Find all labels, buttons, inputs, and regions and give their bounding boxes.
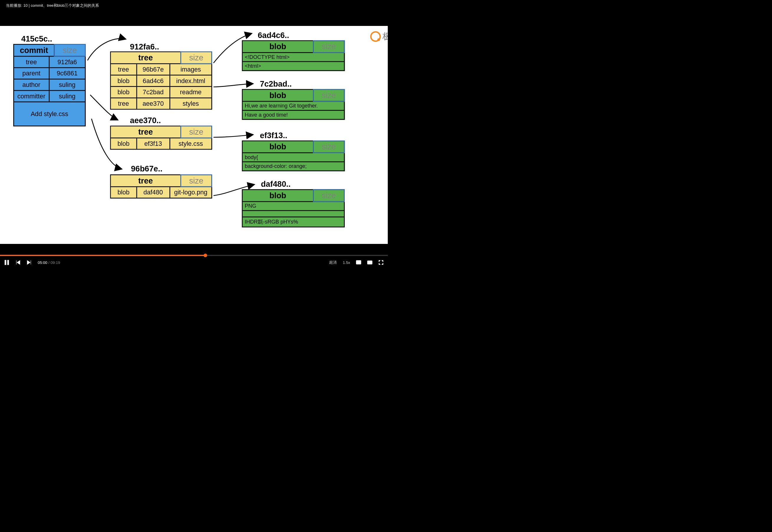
commit-row-key: parent [14,68,50,79]
tree-row-hash: aee370 [137,98,170,109]
tree-row-name: readme [170,87,211,98]
commit-row-val: 912fa6 [50,57,85,67]
theater-button[interactable] [367,260,372,265]
blob-object-box: blobsize Hi,we are learning Git together… [242,89,345,120]
player-title: 当前播放: 10 | commit、tree和blob三个对象之间的关系 [6,3,99,8]
brand-logo: 极客时间 [370,31,388,42]
tree-type-header: tree [111,52,181,63]
tree-row-hash: daf480 [137,187,170,198]
player-title-bar: 当前播放: 10 | commit、tree和blob三个对象之间的关系 [0,0,388,13]
video-frame[interactable]: 极客时间 415c5c.. commit size tree912fa6 par… [0,26,388,244]
tree-row-name: git-logo.png [170,187,211,198]
blob-type-header: blob [243,41,314,52]
blob-hash-label: 6ad4c6.. [258,31,289,40]
svg-rect-0 [5,260,6,265]
quality-selector[interactable]: 超清 [329,260,337,265]
svg-rect-3 [359,262,360,264]
current-time: 05:00 [38,260,47,265]
tree-size-header: size [180,51,212,64]
commit-message: Add style.css [14,102,85,126]
tree-row-hash: 96b67e [137,64,170,75]
blob-object-box: blobsize body{ background-color: orange; [242,141,345,171]
brand-logo-text: 极客时间 [382,31,388,42]
commit-size-header: size [54,44,86,57]
tree-type-header: tree [111,126,181,138]
blob-content-line: <html> [243,61,344,70]
tree-row-name: style.css [170,138,211,149]
blob-size-header: size [313,141,345,153]
tree-row-kind: blob [111,187,137,198]
blob-content-line [243,210,344,217]
commit-row-val: suling [50,91,85,102]
brand-logo-icon [370,31,381,42]
commit-row-key: author [14,80,50,90]
svg-rect-1 [7,260,9,265]
tree-object-box: treesize tree96b67eimages blob6ad4c6inde… [110,51,212,110]
pip-button[interactable] [356,260,361,265]
blob-hash-label: ef3f13.. [260,131,287,140]
fullscreen-button[interactable] [378,260,384,265]
blob-type-header: blob [243,141,314,153]
slide-content: 极客时间 415c5c.. commit size tree912fa6 par… [0,26,388,244]
blob-hash-label: 7c2bad.. [260,80,292,89]
pause-button[interactable] [4,260,9,265]
blob-object-box: blobsize <!DOCTYPE html> <html> [242,40,345,71]
total-duration: 09:19 [50,260,60,265]
commit-type-header: commit [14,45,55,56]
prev-button[interactable] [15,260,21,265]
tree-row-hash: ef3f13 [137,138,170,149]
blob-size-header: size [313,89,345,102]
tree-size-header: size [180,125,212,138]
speed-selector[interactable]: 1.5x [343,260,350,265]
blob-content-line: Hi,we are learning Git together. [243,101,344,110]
tree-row-kind: blob [111,75,137,86]
commit-row-val: 9c6861 [50,68,85,79]
commit-row-val: suling [50,80,85,90]
commit-row-key: committer [14,91,50,102]
tree-row-hash: 6ad4c6 [137,75,170,86]
commit-hash-label: 415c5c.. [21,34,52,44]
tree-type-header: tree [111,175,181,186]
tree-hash-label: 96b67e.. [131,164,163,174]
blob-size-header: size [313,40,345,53]
commit-object-box: commit size tree912fa6 parent9c6861 auth… [13,44,86,126]
tree-row-kind: blob [111,87,137,98]
blob-size-header: size [313,189,345,202]
tree-row-kind: tree [111,98,137,109]
blob-type-header: blob [243,90,314,101]
blob-object-box: blobsize PNG IHDR毲-sRGB pHYs% [242,189,345,227]
commit-row-key: tree [14,57,50,67]
tree-row-kind: blob [111,138,137,149]
tree-row-name: styles [170,98,211,109]
tree-row-hash: 7c2bad [137,87,170,98]
blob-content-line: body{ [243,152,344,161]
blob-content-line: Have a good time! [243,110,344,119]
blob-content-line: <!DOCTYPE html> [243,52,344,61]
tree-row-name: images [170,64,211,75]
time-display: 05:00 / 09:19 [38,260,60,265]
tree-object-box: treesize blobef3f13style.css [110,125,212,150]
tree-object-box: treesize blobdaf480git-logo.png [110,174,212,199]
blob-hash-label: daf480.. [261,180,291,189]
next-button[interactable] [27,260,32,265]
tree-row-name: index.html [170,75,211,86]
tree-size-header: size [180,174,212,187]
tree-hash-label: aee370.. [130,116,161,125]
tree-hash-label: 912fa6.. [130,42,159,52]
player-controls: 05:00 / 09:19 超清 1.5x [0,245,388,269]
tree-row-kind: tree [111,64,137,75]
blob-content-line: background-color: orange; [243,161,344,171]
blob-content-line: PNG [243,201,344,210]
blob-type-header: blob [243,190,314,201]
blob-content-line: IHDR毲-sRGB pHYs% [243,217,344,227]
